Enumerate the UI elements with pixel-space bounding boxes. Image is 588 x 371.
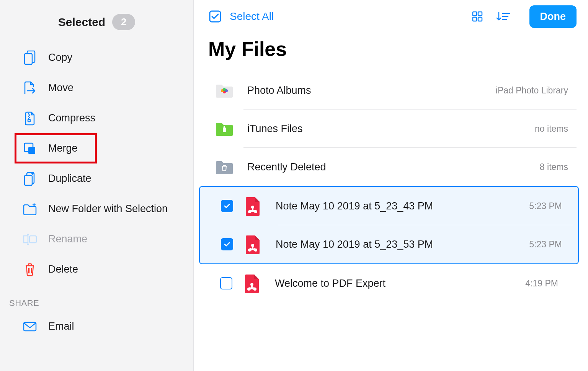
file-checkbox[interactable] (220, 199, 234, 212)
folder-name: iTunes Files (247, 123, 525, 135)
delete-icon (22, 263, 38, 276)
file-time: 5:23 PM (529, 201, 562, 211)
pdf-file-icon (243, 274, 261, 293)
toolbar: Select All Done (194, 0, 588, 29)
action-rename: Rename (0, 224, 193, 254)
compress-icon (22, 111, 38, 126)
folder-row-itunes[interactable]: iTunes Files no items (194, 110, 584, 148)
action-duplicate[interactable]: Duplicate (0, 163, 193, 194)
done-button[interactable]: Done (529, 5, 577, 28)
sidebar-header: Selected 2 (0, 7, 193, 37)
sidebar: Selected 2 Copy Move (0, 0, 194, 371)
action-merge-label: Merge (48, 142, 183, 154)
file-row[interactable]: Note May 10 2019 at 5_23_43 PM 5:23 PM (200, 187, 578, 225)
action-new-folder-label: New Folder with Selection (48, 203, 183, 215)
folder-meta: 8 items (540, 162, 568, 172)
share-section-header: SHARE (0, 284, 193, 311)
file-checkbox[interactable] (220, 277, 233, 290)
grid-icon (472, 11, 483, 22)
selected-count-badge: 2 (112, 14, 135, 30)
itunes-folder-icon (215, 119, 234, 138)
folder-meta: iPad Photo Library (496, 85, 568, 96)
action-move-label: Move (48, 82, 183, 94)
file-name: Note May 10 2019 at 5_23_43 PM (276, 200, 519, 212)
action-compress-label: Compress (48, 112, 183, 124)
svg-rect-4 (24, 175, 32, 185)
select-all-label: Select All (230, 10, 274, 23)
action-new-folder[interactable]: New Folder with Selection (0, 194, 193, 224)
pdf-file-icon (243, 197, 262, 215)
svg-rect-17 (224, 126, 225, 128)
page-title: My Files (194, 29, 588, 71)
action-delete[interactable]: Delete (0, 254, 193, 284)
file-name: Note May 10 2019 at 5_23_53 PM (276, 239, 519, 250)
folder-row-photo-albums[interactable]: Photo Albums iPad Photo Library (194, 71, 584, 110)
move-icon (22, 81, 38, 95)
select-all-button[interactable]: Select All (208, 10, 274, 23)
trash-folder-icon (215, 158, 234, 176)
merge-icon (22, 142, 38, 155)
duplicate-icon (22, 172, 38, 186)
file-row[interactable]: Welcome to PDF Expert 4:19 PM (194, 264, 584, 302)
svg-rect-6 (24, 322, 36, 331)
file-row[interactable]: Note May 10 2019 at 5_23_53 PM 5:23 PM (200, 225, 578, 263)
action-email-label: Email (48, 320, 183, 332)
action-merge[interactable]: Merge (0, 133, 193, 163)
file-list: Photo Albums iPad Photo Library iTunes F… (194, 71, 588, 302)
rename-icon (22, 234, 38, 245)
sort-icon (496, 11, 511, 22)
svg-rect-3 (28, 147, 35, 154)
svg-rect-5 (29, 236, 36, 243)
svg-rect-8 (473, 12, 477, 16)
action-duplicate-label: Duplicate (48, 173, 183, 185)
email-icon (22, 321, 38, 332)
file-time: 5:23 PM (529, 239, 562, 250)
action-list: Copy Move Compress (0, 37, 193, 284)
svg-rect-10 (473, 17, 477, 21)
folder-name: Photo Albums (247, 85, 486, 96)
photos-folder-icon (215, 81, 234, 100)
svg-rect-11 (478, 17, 482, 21)
folder-row-recently-deleted[interactable]: Recently Deleted 8 items (194, 148, 584, 186)
action-move[interactable]: Move (0, 73, 193, 103)
file-time: 4:19 PM (525, 278, 558, 289)
svg-rect-0 (24, 54, 32, 64)
sort-button[interactable] (494, 7, 513, 26)
view-grid-button[interactable] (468, 7, 487, 26)
file-checkbox[interactable] (220, 238, 234, 251)
select-all-icon (208, 10, 222, 23)
new-folder-icon (22, 203, 38, 215)
action-email[interactable]: Email (0, 311, 193, 342)
copy-icon (22, 51, 38, 65)
action-rename-label: Rename (48, 233, 183, 245)
svg-rect-1 (28, 119, 30, 122)
svg-point-15 (223, 88, 226, 91)
selected-label: Selected (58, 16, 105, 29)
main-panel: Select All Done My Files (194, 0, 588, 371)
action-copy-label: Copy (48, 52, 183, 64)
folder-name: Recently Deleted (247, 161, 530, 173)
pdf-file-icon (243, 235, 262, 253)
action-copy[interactable]: Copy (0, 42, 193, 73)
svg-rect-16 (223, 127, 226, 132)
action-delete-label: Delete (48, 263, 183, 275)
file-name: Welcome to PDF Expert (275, 278, 515, 289)
selected-files-group: Note May 10 2019 at 5_23_43 PM 5:23 PM (199, 186, 579, 264)
action-compress[interactable]: Compress (0, 103, 193, 133)
folder-meta: no items (535, 124, 568, 134)
svg-rect-9 (478, 12, 482, 16)
